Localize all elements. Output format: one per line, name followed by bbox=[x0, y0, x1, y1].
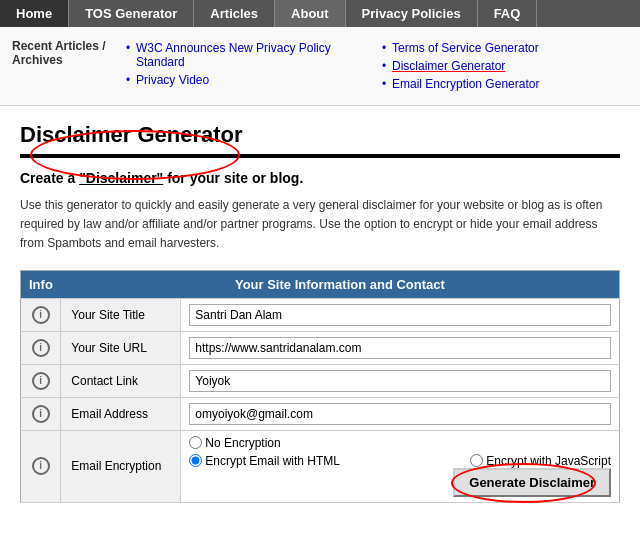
main-content: Disclaimer Generator Create a "Disclaime… bbox=[0, 106, 640, 519]
label-site-title: Your Site Title bbox=[61, 298, 181, 331]
input-contact[interactable] bbox=[189, 370, 611, 392]
value-site-url bbox=[181, 331, 620, 364]
table-row: i Your Site URL bbox=[21, 331, 620, 364]
label-encryption: Email Encryption bbox=[61, 430, 181, 502]
generate-button[interactable]: Generate Disclaimer bbox=[453, 468, 611, 497]
label-email: Email Address bbox=[61, 397, 181, 430]
radio-text-no-encryption: No Encryption bbox=[205, 436, 280, 450]
input-site-title[interactable] bbox=[189, 304, 611, 326]
nav-articles[interactable]: Articles bbox=[194, 0, 275, 27]
radio-no-encryption[interactable] bbox=[189, 436, 202, 449]
generate-wrapper: Generate Disclaimer bbox=[433, 468, 611, 497]
value-contact bbox=[181, 364, 620, 397]
info-icon: i bbox=[32, 457, 50, 475]
dropdown-section-label: Recent Articles / Archives bbox=[4, 35, 124, 97]
dropdown-link-email[interactable]: Email Encryption Generator bbox=[380, 75, 636, 93]
table-row: i Email Address bbox=[21, 397, 620, 430]
row-icon-site-title: i bbox=[21, 298, 61, 331]
row-icon-encryption: i bbox=[21, 430, 61, 502]
title-underline bbox=[20, 154, 620, 158]
row-icon-contact: i bbox=[21, 364, 61, 397]
dropdown-links-left: W3C Announces New Privacy Policy Standar… bbox=[124, 35, 380, 97]
info-icon: i bbox=[32, 372, 50, 390]
page-title: Disclaimer Generator bbox=[20, 122, 243, 148]
radio-text-js: Encrypt with JavaScript bbox=[486, 454, 611, 468]
radio-js[interactable] bbox=[470, 454, 483, 467]
form-table: Info Your Site Information and Contact i… bbox=[20, 270, 620, 503]
table-row: i Contact Link bbox=[21, 364, 620, 397]
table-header-label: Your Site Information and Contact bbox=[61, 270, 620, 298]
input-site-url[interactable] bbox=[189, 337, 611, 359]
value-site-title bbox=[181, 298, 620, 331]
info-icon: i bbox=[32, 405, 50, 423]
page-subtitle: Create a "Disclaimer" for your site or b… bbox=[20, 170, 620, 186]
radio-text-html: Encrypt Email with HTML bbox=[205, 454, 340, 468]
page-description: Use this generator to quickly and easily… bbox=[20, 196, 620, 254]
nav-faq[interactable]: FAQ bbox=[478, 0, 538, 27]
dropdown-area: Recent Articles / Archives W3C Announces… bbox=[0, 27, 640, 106]
dropdown-link-w3c[interactable]: W3C Announces New Privacy Policy Standar… bbox=[124, 39, 380, 71]
input-email[interactable] bbox=[189, 403, 611, 425]
info-icon: i bbox=[32, 306, 50, 324]
info-icon: i bbox=[32, 339, 50, 357]
value-encryption: No Encryption Encrypt Email with HTML En… bbox=[181, 430, 620, 502]
dropdown-link-privacy-video[interactable]: Privacy Video bbox=[124, 71, 380, 89]
row-icon-site-url: i bbox=[21, 331, 61, 364]
row-icon-email: i bbox=[21, 397, 61, 430]
nav-tos[interactable]: TOS Generator bbox=[69, 0, 194, 27]
dropdown-links-right: Terms of Service Generator Disclaimer Ge… bbox=[380, 35, 636, 97]
radio-label-js[interactable]: Encrypt with JavaScript bbox=[470, 454, 611, 468]
label-contact: Contact Link bbox=[61, 364, 181, 397]
table-row: i Email Encryption No Encryption Encrypt… bbox=[21, 430, 620, 502]
nav-home[interactable]: Home bbox=[0, 0, 69, 27]
nav-bar: Home TOS Generator Articles About Privac… bbox=[0, 0, 640, 27]
dropdown-link-tos[interactable]: Terms of Service Generator bbox=[380, 39, 636, 57]
table-header-info: Info bbox=[21, 270, 61, 298]
nav-privacy[interactable]: Privacy Policies bbox=[346, 0, 478, 27]
radio-html[interactable] bbox=[189, 454, 202, 467]
label-site-url: Your Site URL bbox=[61, 331, 181, 364]
radio-label-no-encryption[interactable]: No Encryption bbox=[189, 436, 611, 450]
nav-about[interactable]: About bbox=[275, 0, 346, 27]
radio-label-html[interactable]: Encrypt Email with HTML bbox=[189, 454, 340, 468]
dropdown-link-disclaimer[interactable]: Disclaimer Generator bbox=[380, 57, 636, 75]
table-row: i Your Site Title bbox=[21, 298, 620, 331]
value-email bbox=[181, 397, 620, 430]
